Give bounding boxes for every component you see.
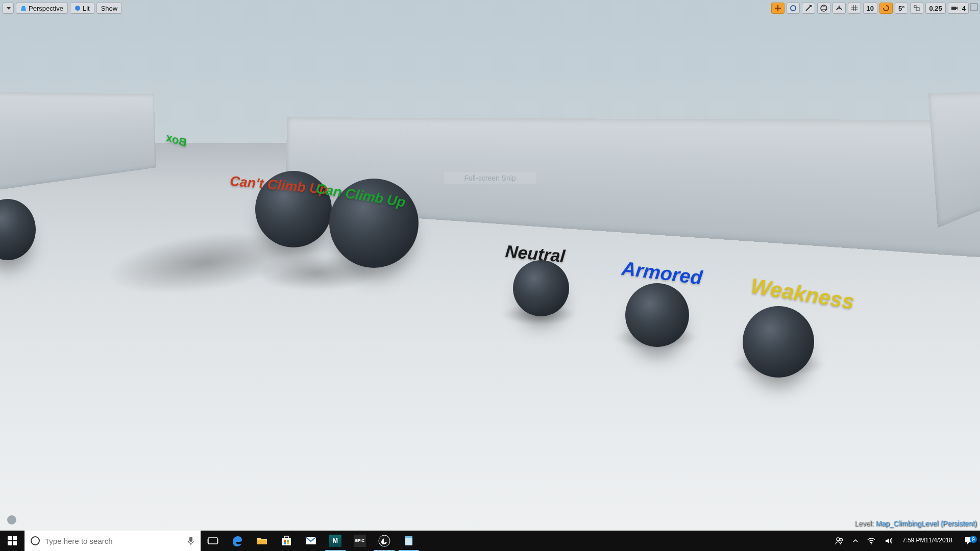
surface-snap-icon — [836, 5, 843, 12]
chevron-up-icon — [852, 538, 859, 544]
grid-snap-toggle[interactable] — [848, 3, 861, 14]
microsoft-store-icon — [280, 535, 292, 547]
camera-speed-button[interactable]: 4 — [948, 3, 969, 14]
svg-rect-22 — [284, 542, 286, 544]
svg-rect-13 — [189, 537, 192, 542]
file-explorer-app[interactable] — [250, 531, 274, 551]
svg-marker-0 — [21, 6, 26, 11]
view-mode-button[interactable]: Perspective — [16, 3, 68, 14]
volume-tray-icon[interactable] — [880, 531, 897, 551]
taskbar-clock[interactable]: 7:59 PM 11/4/2018 — [897, 531, 958, 551]
chevron-down-icon — [7, 7, 11, 10]
world-local-toggle[interactable] — [817, 3, 830, 14]
svg-rect-6 — [916, 8, 919, 11]
people-button[interactable] — [831, 531, 848, 551]
svg-rect-5 — [914, 6, 916, 8]
scale-snap-value[interactable]: 0.25 — [925, 3, 945, 14]
windows-logo-icon — [8, 536, 17, 545]
notepad-icon — [403, 535, 415, 547]
mail-icon — [305, 535, 317, 547]
surface-snap-toggle[interactable] — [832, 3, 846, 14]
svg-point-30 — [871, 543, 872, 544]
svg-rect-19 — [284, 536, 288, 538]
camera-speed-value: 4 — [962, 5, 966, 12]
unreal-logo-watermark — [7, 515, 16, 524]
unreal-engine-app[interactable] — [372, 531, 397, 551]
rotation-snap-toggle[interactable] — [879, 3, 893, 14]
scale-gizmo-icon — [805, 5, 812, 12]
taskbar-search[interactable] — [24, 531, 201, 551]
svg-point-29 — [840, 539, 842, 541]
clock-time: 7:59 PM — [902, 537, 925, 544]
svg-point-2 — [791, 6, 796, 11]
snipping-tool-hint: Full-screen Snip — [444, 172, 536, 184]
viewport-toolbar-left: Perspective Lit Show — [3, 3, 122, 14]
level-status-label: Level: — [854, 519, 873, 528]
svg-point-28 — [837, 538, 840, 541]
task-view-button[interactable] — [201, 531, 225, 551]
svg-rect-23 — [287, 542, 289, 544]
microphone-icon[interactable] — [187, 536, 194, 545]
svg-rect-18 — [282, 538, 291, 545]
cortana-icon — [31, 536, 40, 545]
level-status-text: Level: Map_ClimbingLevel (Persistent) — [854, 519, 977, 528]
svg-rect-7 — [951, 7, 956, 10]
windows-taskbar: M EPIC 7:59 PM 11/4/2018 9 — [0, 531, 980, 551]
sphere-weakness — [743, 306, 814, 378]
svg-rect-17 — [257, 540, 267, 544]
maya-app[interactable]: M — [323, 531, 348, 551]
show-flags-label: Show — [101, 5, 118, 12]
file-explorer-icon — [256, 535, 268, 547]
scale-snap-icon — [913, 5, 920, 12]
task-view-icon — [207, 535, 219, 547]
translate-tool-button[interactable] — [771, 3, 785, 14]
action-center-button[interactable]: 9 — [958, 536, 980, 546]
sphere-armored — [625, 283, 689, 347]
unreal-engine-icon — [378, 535, 390, 547]
tray-overflow-button[interactable] — [848, 531, 863, 551]
svg-rect-14 — [208, 538, 217, 544]
search-input[interactable] — [45, 537, 182, 545]
wifi-tray-icon[interactable] — [863, 531, 880, 551]
notepad-app[interactable] — [397, 531, 421, 551]
svg-point-25 — [379, 535, 390, 546]
editor-viewport[interactable]: Box Can't Climb Up Can Climb Up Neutral … — [0, 0, 980, 531]
sphere-icon — [75, 5, 81, 11]
show-flags-button[interactable]: Show — [96, 3, 122, 14]
edge-icon — [231, 535, 243, 547]
maximize-viewport-toggle[interactable] — [970, 3, 978, 11]
svg-rect-9 — [8, 536, 12, 540]
maya-icon: M — [329, 535, 341, 547]
svg-rect-11 — [8, 541, 12, 545]
camera-speed-icon — [951, 5, 958, 11]
scale-tool-button[interactable] — [802, 3, 815, 14]
perspective-icon — [20, 5, 27, 11]
svg-marker-8 — [956, 7, 958, 10]
scale-snap-toggle[interactable] — [910, 3, 923, 14]
svg-rect-12 — [13, 541, 17, 545]
wifi-icon — [867, 536, 876, 545]
edge-app[interactable] — [225, 531, 250, 551]
level-name-link[interactable]: Map_ClimbingLevel (Persistent) — [876, 519, 977, 528]
view-mode-label: Perspective — [29, 5, 63, 12]
lit-mode-button[interactable]: Lit — [70, 3, 94, 14]
mail-app[interactable] — [299, 531, 323, 551]
start-button[interactable] — [0, 531, 24, 551]
rotation-snap-value[interactable]: 5° — [895, 3, 908, 14]
svg-rect-21 — [287, 540, 289, 542]
svg-rect-20 — [284, 540, 286, 542]
epic-games-icon: EPIC — [354, 535, 366, 547]
rotate-tool-button[interactable] — [787, 3, 800, 14]
svg-rect-15 — [207, 539, 208, 543]
viewport-toolbar-right: 10 5° 0.25 4 — [771, 3, 969, 14]
world-local-toggle-icon — [820, 5, 827, 12]
people-icon — [835, 536, 844, 545]
speaker-icon — [884, 536, 893, 545]
lit-mode-label: Lit — [83, 5, 90, 12]
rotation-snap-icon — [883, 5, 890, 12]
svg-point-3 — [821, 5, 827, 11]
epic-games-app[interactable]: EPIC — [348, 531, 372, 551]
viewport-options-button[interactable] — [3, 3, 14, 14]
microsoft-store-app[interactable] — [274, 531, 299, 551]
grid-snap-value[interactable]: 10 — [863, 3, 877, 14]
